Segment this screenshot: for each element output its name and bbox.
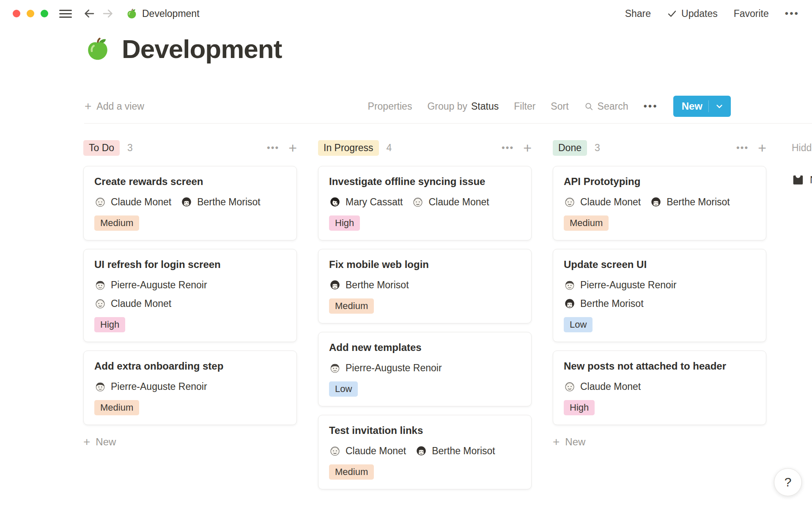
- question-mark-icon: ?: [785, 475, 792, 489]
- assignee[interactable]: Berthe Morisot: [564, 298, 644, 309]
- forward-icon[interactable]: [102, 7, 114, 20]
- task-card[interactable]: API Prototyping Claude Monet Berthe Mori…: [553, 166, 766, 240]
- card-title: Add new templates: [329, 342, 521, 353]
- assignee[interactable]: Berthe Morisot: [650, 196, 730, 208]
- card-title: Create rewards screen: [94, 176, 286, 188]
- card-title: UI refresh for login screen: [94, 259, 286, 271]
- task-card[interactable]: Create rewards screen Claude Monet Berth…: [83, 166, 297, 240]
- column-header: To Do 3 ••• +: [83, 140, 297, 156]
- column-more-button[interactable]: •••: [736, 142, 749, 153]
- column-more-button[interactable]: •••: [267, 142, 279, 153]
- column-new-card-button[interactable]: + New: [83, 436, 297, 448]
- task-card[interactable]: Add new templates Pierre-Auguste Renoir …: [318, 332, 532, 406]
- assignee-name: Pierre-Auguste Renoir: [346, 362, 442, 374]
- menu-icon[interactable]: [59, 10, 72, 18]
- window-titlebar: Development Share Updates Favorite •••: [0, 0, 812, 27]
- assignee[interactable]: Pierre-Auguste Renoir: [94, 381, 207, 392]
- priority-tag[interactable]: Medium: [329, 464, 374, 480]
- add-view-button[interactable]: + Add a view: [85, 100, 144, 112]
- assignee-row: Pierre-Auguste Renoir: [94, 279, 286, 291]
- window-controls: [13, 10, 48, 17]
- task-card[interactable]: Test invitation links Claude Monet Berth…: [318, 415, 532, 489]
- apple-page-icon-large[interactable]: [85, 36, 111, 62]
- assignee-row: Claude Monet Berthe Morisot: [564, 196, 755, 208]
- assignee-name: Pierre-Auguste Renoir: [580, 279, 677, 291]
- minimize-button[interactable]: [27, 10, 34, 17]
- task-card[interactable]: UI refresh for login screen Pierre-Augus…: [83, 249, 297, 342]
- assignee-row: Claude Monet: [564, 381, 755, 392]
- assignee-name: Claude Monet: [428, 196, 489, 208]
- priority-tag[interactable]: Medium: [564, 215, 609, 231]
- properties-button[interactable]: Properties: [368, 101, 412, 112]
- task-card[interactable]: Fix mobile web login Berthe Morisot Medi…: [318, 249, 532, 323]
- priority-tag[interactable]: Low: [329, 381, 358, 397]
- priority-tag[interactable]: High: [329, 215, 360, 231]
- toolbar-more-icon[interactable]: •••: [643, 100, 658, 112]
- task-card[interactable]: Investigate offline syncing issue Mary C…: [318, 166, 532, 240]
- new-button[interactable]: New: [673, 96, 731, 117]
- assignee-row: Pierre-Auguste Renoir: [329, 362, 521, 374]
- assignee[interactable]: Claude Monet: [564, 381, 641, 392]
- avatar-morisot: [329, 279, 341, 291]
- search-label: Search: [598, 101, 628, 112]
- assignee[interactable]: Pierre-Auguste Renoir: [94, 279, 207, 291]
- task-card[interactable]: Update screen UI Pierre-Auguste Renoir B…: [553, 249, 766, 342]
- toolbar-actions: Properties Group by Status Filter Sort S…: [368, 96, 731, 117]
- more-options-icon[interactable]: •••: [785, 8, 799, 19]
- assignee[interactable]: Berthe Morisot: [415, 445, 495, 457]
- board-column-in-progress: In Progress 4 ••• + Investigate offline …: [318, 140, 532, 498]
- filter-button[interactable]: Filter: [514, 101, 535, 112]
- group-by-button[interactable]: Group by Status: [427, 101, 499, 112]
- assignee-name: Claude Monet: [580, 381, 641, 392]
- help-button[interactable]: ?: [774, 468, 802, 496]
- column-status-pill[interactable]: To Do: [83, 140, 120, 156]
- assignee[interactable]: Pierre-Auguste Renoir: [329, 362, 442, 374]
- breadcrumb[interactable]: Development: [126, 8, 200, 19]
- favorite-button[interactable]: Favorite: [734, 8, 769, 19]
- sort-button[interactable]: Sort: [551, 101, 568, 112]
- priority-tag[interactable]: Medium: [94, 400, 139, 415]
- assignee[interactable]: Claude Monet: [564, 196, 641, 208]
- assignee[interactable]: Berthe Morisot: [181, 196, 261, 208]
- task-card[interactable]: Add extra onboarding step Pierre-Auguste…: [83, 351, 297, 425]
- column-add-button[interactable]: +: [758, 141, 766, 155]
- updates-button[interactable]: Updates: [667, 8, 718, 19]
- priority-tag[interactable]: Low: [564, 317, 593, 332]
- updates-label: Updates: [681, 8, 718, 19]
- back-icon[interactable]: [83, 7, 96, 20]
- card-title: Fix mobile web login: [329, 259, 521, 271]
- avatar-cassatt: [329, 196, 341, 208]
- zoom-button[interactable]: [41, 10, 48, 17]
- assignee[interactable]: Pierre-Auguste Renoir: [564, 279, 677, 291]
- assignee[interactable]: Claude Monet: [412, 196, 489, 208]
- share-button[interactable]: Share: [625, 8, 651, 19]
- column-add-button[interactable]: +: [523, 141, 532, 155]
- card-title: Update screen UI: [564, 259, 755, 271]
- hidden-group-no-status[interactable]: No Status: [792, 174, 812, 186]
- kanban-board: To Do 3 ••• + Create rewards screen Clau…: [83, 140, 812, 498]
- column-new-card-button[interactable]: + New: [553, 436, 766, 448]
- column-status-pill[interactable]: Done: [553, 140, 587, 156]
- card-title: Investigate offline syncing issue: [329, 176, 521, 188]
- priority-tag[interactable]: High: [564, 400, 595, 415]
- close-button[interactable]: [13, 10, 20, 17]
- priority-tag[interactable]: High: [94, 317, 125, 332]
- hidden-columns-label[interactable]: Hidden: [792, 140, 812, 156]
- priority-tag[interactable]: Medium: [94, 215, 139, 231]
- card-title: Add extra onboarding step: [94, 360, 286, 372]
- search-button[interactable]: Search: [584, 101, 628, 112]
- assignee[interactable]: Claude Monet: [94, 298, 171, 309]
- inbox-icon: [792, 174, 804, 186]
- assignee[interactable]: Mary Cassatt: [329, 196, 403, 208]
- task-card[interactable]: New posts not attached to header Claude …: [553, 351, 766, 425]
- chevron-down-icon[interactable]: [715, 102, 724, 111]
- column-more-button[interactable]: •••: [502, 142, 514, 153]
- assignee[interactable]: Claude Monet: [94, 196, 171, 208]
- avatar-renoir: [329, 362, 341, 374]
- assignee-row: Pierre-Auguste Renoir: [94, 381, 286, 392]
- column-add-button[interactable]: +: [288, 141, 297, 155]
- priority-tag[interactable]: Medium: [329, 298, 374, 314]
- column-status-pill[interactable]: In Progress: [318, 140, 379, 156]
- assignee[interactable]: Claude Monet: [329, 445, 406, 457]
- assignee[interactable]: Berthe Morisot: [329, 279, 409, 291]
